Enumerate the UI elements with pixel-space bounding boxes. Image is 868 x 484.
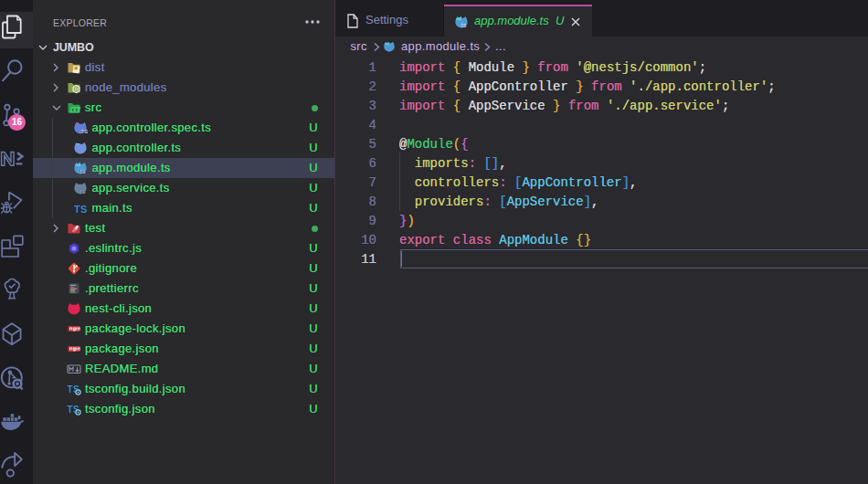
svg-text:TS: TS [74,204,88,215]
svg-text:ts: ts [80,188,87,195]
svg-text:ts: ts [461,22,467,28]
svg-text:TS: TS [80,129,88,134]
svg-text:ts: ts [80,168,87,174]
